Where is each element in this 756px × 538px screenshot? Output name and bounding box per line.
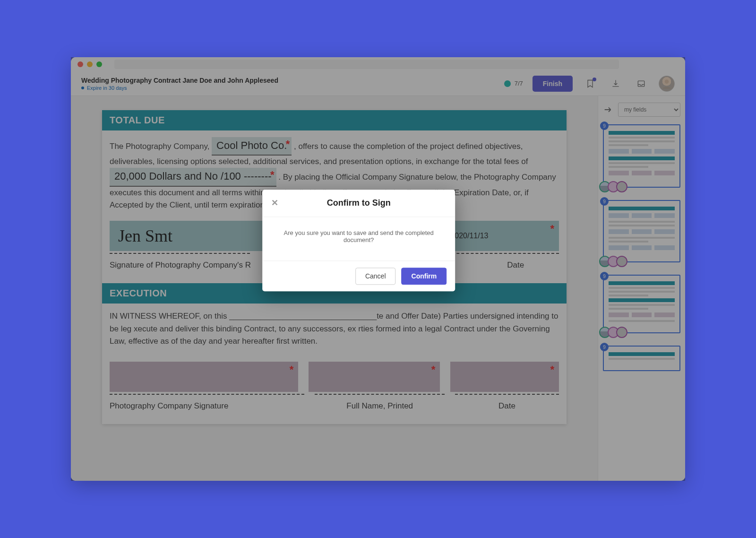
close-icon: ✕ bbox=[271, 198, 278, 208]
modal-close-button[interactable]: ✕ bbox=[269, 197, 280, 208]
confirm-sign-modal: ✕ Confirm to Sign Are you sure you want … bbox=[262, 190, 455, 291]
confirm-button[interactable]: Confirm bbox=[402, 268, 447, 285]
modal-title: Confirm to Sign bbox=[327, 198, 391, 208]
cancel-button[interactable]: Cancel bbox=[355, 268, 396, 285]
modal-body-text: Are you sure you want to save and send t… bbox=[262, 217, 455, 260]
